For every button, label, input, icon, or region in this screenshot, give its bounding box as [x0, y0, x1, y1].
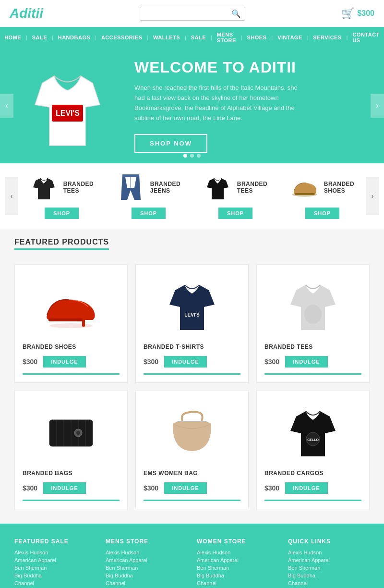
nav-vintage[interactable]: VINTAGE	[273, 30, 307, 45]
product-price-4: $300	[23, 484, 37, 492]
category-shop-button-2[interactable]: SHOP	[132, 208, 166, 219]
indulge-button-2[interactable]: INDULGE	[164, 356, 207, 368]
category-item-1: BRANDEDTEES SHOP	[30, 173, 94, 219]
featured-title: FEATURED PRODUCTS	[14, 238, 109, 250]
indulge-button-3[interactable]: INDULGE	[285, 356, 328, 368]
svg-text:LEVI'S: LEVI'S	[184, 312, 200, 318]
indulge-button-1[interactable]: INDULGE	[43, 356, 86, 368]
product-grid: BRANDED SHOES $300 INDULGE LEVI'S BRANDE…	[0, 255, 384, 524]
product-card-border-2	[144, 373, 240, 375]
product-bottom-5: $300 INDULGE	[144, 482, 240, 494]
footer-link[interactable]: American Apparel	[288, 557, 370, 563]
product-card-3: BRANDED TEES $300 INDULGE	[256, 264, 370, 383]
category-label-3: BRANDEDTEES	[237, 181, 268, 194]
nav-wallets[interactable]: WALLETS	[148, 30, 185, 45]
footer-link[interactable]: Alexis Hudson	[14, 550, 96, 555]
footer-link[interactable]: Channel	[288, 580, 370, 586]
hero-text: WELCOME TO ADITII When she reached the f…	[115, 59, 365, 152]
svg-rect-5	[295, 193, 315, 195]
product-image-2: LEVI'S	[144, 274, 240, 337]
hero-tshirt-image: LEVI'S	[25, 61, 109, 150]
footer-link[interactable]: American Apparel	[14, 557, 96, 563]
hero-dot-1[interactable]	[183, 154, 187, 158]
hero-banner: ‹ LEVI'S WELCOME TO ADITII When she reac…	[0, 48, 384, 163]
main-nav: HOME | SALE | HANDBAGS | ACCESSORIES | W…	[0, 27, 384, 48]
footer-col-quick-links: QUICK LINKS Alexis Hudson American Appar…	[288, 538, 370, 588]
product-name-3: BRANDED TEES	[264, 343, 313, 350]
footer-link[interactable]: American Apparel	[197, 557, 278, 563]
svg-rect-8	[48, 318, 83, 321]
search-bar[interactable]: 🔍	[140, 7, 245, 21]
nav-accessories[interactable]: ACCESSORIES	[96, 30, 147, 45]
footer-link[interactable]: Alexis Hudson	[197, 550, 278, 555]
footer-link[interactable]: Big Buddha	[106, 573, 187, 578]
footer-col-title-1: FEATURED SALE	[14, 538, 96, 545]
cart-icon: 🛒	[341, 7, 354, 20]
nav-sale-2[interactable]: SALE	[186, 30, 211, 45]
footer-link[interactable]: Big Buddha	[288, 573, 370, 578]
product-image-6: CELLO	[264, 401, 361, 463]
footer-link[interactable]: Ben Sherman	[106, 565, 187, 571]
nav-mens-store[interactable]: MENS STORE	[212, 27, 241, 48]
shop-now-button[interactable]: SHOP NOW	[134, 134, 207, 153]
hero-dot-3[interactable]	[197, 154, 201, 158]
nav-shoes[interactable]: SHOES	[242, 30, 272, 45]
product-card-border-1	[23, 373, 120, 375]
nav-home[interactable]: HOME	[0, 30, 26, 45]
footer-col-featured-sale: FEATURED SALE Alexis Hudson American App…	[14, 538, 96, 588]
nav-contact[interactable]: CONTACT US	[348, 27, 384, 48]
product-image-5	[144, 401, 240, 463]
nav-services[interactable]: SERVICES	[308, 30, 346, 45]
hero-dots	[183, 154, 201, 158]
product-price-1: $300	[23, 358, 37, 366]
product-bottom-3: $300 INDULGE	[264, 356, 361, 368]
footer-col-title-3: WOMEN STORE	[197, 538, 278, 545]
footer-link[interactable]: American Apparel	[106, 557, 187, 563]
product-image-1	[23, 274, 120, 337]
footer: FEATURED SALE Alexis Hudson American App…	[0, 524, 384, 588]
footer-link[interactable]: Alexis Hudson	[288, 550, 370, 555]
footer-link[interactable]: Big Buddha	[14, 573, 96, 578]
product-price-2: $300	[144, 358, 158, 366]
footer-link[interactable]: Alexis Hudson	[106, 550, 187, 555]
product-image-4	[23, 401, 120, 463]
product-bottom-6: $300 INDULGE	[264, 482, 361, 494]
footer-col-mens-store: MENS STORE Alexis Hudson American Appare…	[106, 538, 187, 588]
cat-arrow-right[interactable]: ›	[366, 177, 379, 215]
svg-point-6	[49, 323, 93, 328]
footer-link[interactable]: Channel	[106, 580, 187, 586]
product-price-5: $300	[144, 484, 158, 492]
product-card-6: CELLO BRANDED CARGOS $300 INDULGE	[256, 391, 370, 509]
footer-link[interactable]: Channel	[197, 580, 278, 586]
footer-link[interactable]: Ben Sherman	[288, 565, 370, 571]
footer-link[interactable]: Big Buddha	[197, 573, 278, 578]
cart-area[interactable]: 🛒 $300	[341, 7, 374, 20]
product-card-border-5	[144, 500, 240, 501]
header: Aditii 🔍 🛒 $300	[0, 0, 384, 27]
footer-link[interactable]: Ben Sherman	[197, 565, 278, 571]
product-name-1: BRANDED SHOES	[23, 343, 76, 350]
hero-title: WELCOME TO ADITII	[134, 59, 365, 76]
category-shop-button-4[interactable]: SHOP	[305, 208, 339, 219]
footer-link[interactable]: Channel	[14, 580, 96, 586]
hero-arrow-left[interactable]: ‹	[0, 94, 13, 118]
footer-link[interactable]: Ben Sherman	[14, 565, 96, 571]
category-label-2: BRANDEDJEENS	[150, 181, 181, 194]
product-card-1: BRANDED SHOES $300 INDULGE	[14, 264, 128, 383]
nav-sale-1[interactable]: SALE	[27, 30, 52, 45]
hero-dot-2[interactable]	[190, 154, 194, 158]
indulge-button-6[interactable]: INDULGE	[285, 482, 328, 494]
category-label-1: BRANDEDTEES	[63, 181, 94, 194]
footer-col-title-4: QUICK LINKS	[288, 538, 370, 545]
indulge-button-5[interactable]: INDULGE	[164, 482, 207, 494]
category-strip: ‹ BRANDEDTEES SHOP	[0, 163, 384, 229]
hero-arrow-right[interactable]: ›	[371, 94, 384, 118]
indulge-button-4[interactable]: INDULGE	[43, 482, 86, 494]
nav-handbags[interactable]: HANDBAGS	[53, 30, 96, 45]
svg-text:LEVI'S: LEVI'S	[55, 109, 79, 117]
cat-arrow-left[interactable]: ‹	[5, 177, 18, 215]
category-shop-button-1[interactable]: SHOP	[45, 208, 79, 219]
category-shop-button-3[interactable]: SHOP	[218, 208, 252, 219]
search-input[interactable]	[144, 10, 231, 17]
svg-text:CELLO: CELLO	[307, 438, 319, 441]
